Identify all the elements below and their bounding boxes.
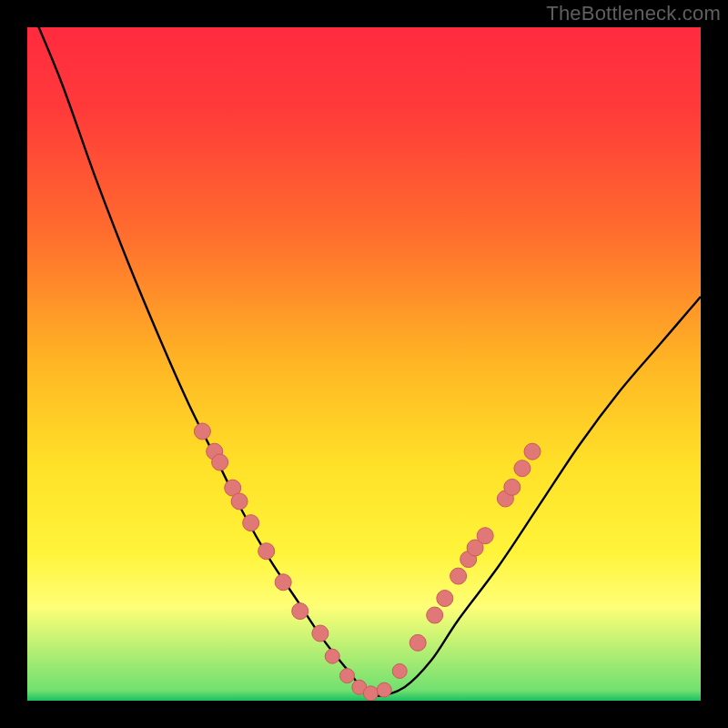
curve-marker xyxy=(504,479,521,495)
bottleneck-chart xyxy=(0,0,728,728)
curve-marker xyxy=(437,591,453,607)
curve-marker xyxy=(340,669,355,683)
curve-marker xyxy=(231,493,248,510)
curve-marker xyxy=(392,663,407,678)
curve-marker xyxy=(450,568,467,584)
curve-marker xyxy=(212,454,228,470)
curve-marker xyxy=(514,460,531,477)
curve-marker xyxy=(410,634,426,651)
curve-marker xyxy=(258,543,275,560)
watermark-text: TheBottleneck.com xyxy=(546,2,721,25)
curve-marker xyxy=(325,649,339,663)
plot-background-gradient xyxy=(27,27,701,701)
curve-marker xyxy=(427,607,443,623)
curve-marker xyxy=(377,682,391,697)
curve-marker xyxy=(243,515,259,531)
curve-marker xyxy=(524,443,541,460)
curve-marker xyxy=(477,528,493,544)
curve-marker xyxy=(194,423,210,440)
curve-marker xyxy=(275,574,291,591)
curve-marker xyxy=(363,686,378,701)
curve-marker xyxy=(312,625,329,642)
curve-marker xyxy=(292,603,308,620)
